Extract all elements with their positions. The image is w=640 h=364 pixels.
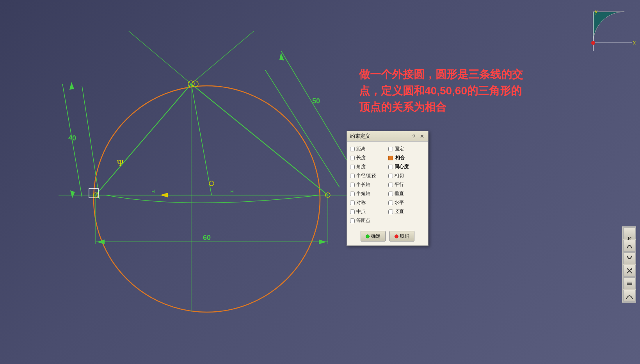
checkbox-symmetric[interactable]: [350, 201, 355, 205]
checkbox-radius[interactable]: [350, 174, 355, 178]
label-length: 长度: [356, 154, 366, 161]
right-toolbar: 拉: [622, 226, 636, 303]
svg-marker-31: [160, 193, 168, 197]
svg-line-7: [82, 86, 100, 199]
svg-line-21: [191, 31, 254, 84]
label-symmetric: 对称: [356, 199, 366, 206]
svg-marker-13: [279, 53, 284, 60]
svg-text:H: H: [230, 189, 234, 194]
label-radius: 半径/直径: [356, 172, 376, 179]
label-tangent: 相切: [395, 172, 404, 179]
label-plumb: 竖直: [395, 208, 404, 215]
checkbox-angle[interactable]: [350, 165, 355, 169]
constraint-distance[interactable]: 距离: [350, 146, 387, 152]
checkbox-parallel[interactable]: [388, 183, 393, 187]
label-vertical: 垂直: [395, 190, 404, 197]
svg-point-34: [591, 41, 595, 45]
ok-label: 确定: [371, 233, 380, 240]
cancel-label: 取消: [400, 233, 409, 240]
svg-text:x: x: [633, 39, 636, 46]
cancel-button[interactable]: 取消: [389, 231, 414, 241]
svg-line-2: [191, 84, 328, 195]
dim-40: 40: [68, 134, 76, 142]
label-coincident: 相合: [395, 154, 405, 161]
checkbox-midpoint[interactable]: [350, 210, 355, 214]
checkbox-horizontal[interactable]: [388, 201, 393, 205]
cad-canvas: Ψ H H 40 50 60 x y: [0, 0, 640, 364]
constraint-coincident[interactable]: 相合: [388, 154, 425, 161]
checkbox-equidistant[interactable]: [350, 218, 355, 223]
label-fixed: 固定: [395, 146, 404, 152]
svg-marker-18: [97, 240, 105, 244]
svg-line-12: [281, 51, 353, 171]
dim-50: 50: [312, 97, 320, 105]
constraint-concentric[interactable]: 同心度: [388, 163, 425, 170]
constraint-fixed[interactable]: 固定: [388, 146, 425, 152]
dialog-title: 约束定义: [350, 133, 370, 140]
constraint-tangent[interactable]: 相切: [388, 172, 425, 179]
svg-marker-9: [69, 82, 74, 90]
constraint-semi-minor[interactable]: 半短轴: [350, 190, 387, 197]
svg-text:Ψ: Ψ: [117, 158, 124, 168]
toolbar-btn-arc3[interactable]: [623, 290, 636, 302]
constraint-radius[interactable]: 半径/直径: [350, 172, 387, 179]
toolbar-btn-bars[interactable]: [623, 277, 636, 289]
label-concentric: 同心度: [395, 163, 409, 170]
dialog-close-button[interactable]: ✕: [419, 133, 425, 139]
toolbar-btn-arc1[interactable]: [623, 240, 636, 252]
dialog-help-button[interactable]: ?: [412, 133, 416, 139]
svg-line-1: [96, 84, 191, 195]
constraint-length[interactable]: 长度: [350, 154, 387, 161]
cancel-icon: [395, 234, 398, 238]
dim-60: 60: [203, 234, 211, 241]
constraint-angle[interactable]: 角度: [350, 163, 387, 170]
constraint-parallel[interactable]: 平行: [388, 181, 425, 188]
label-angle: 角度: [356, 163, 366, 170]
checkbox-fixed[interactable]: [388, 147, 393, 151]
label-midpoint: 中点: [356, 208, 366, 215]
constraint-midpoint[interactable]: 中点: [350, 208, 387, 215]
toolbar-btn-1[interactable]: 拉: [623, 227, 636, 239]
ok-icon: [366, 234, 370, 238]
toolbar-btn-arc2[interactable]: [623, 252, 636, 264]
ok-button[interactable]: 确定: [361, 231, 386, 241]
toolbar-btn-cross[interactable]: [623, 265, 636, 277]
dialog-content: 距离 固定 长度 相合 角度 同心度: [347, 142, 428, 228]
svg-text:y: y: [595, 8, 597, 14]
checkbox-tangent[interactable]: [388, 174, 393, 178]
coincident-icon: [388, 156, 393, 160]
constraint-plumb[interactable]: 竖直: [388, 208, 425, 215]
label-parallel: 平行: [395, 181, 404, 188]
checkbox-plumb[interactable]: [388, 210, 393, 214]
checkbox-concentric[interactable]: [388, 165, 393, 169]
checkbox-distance[interactable]: [350, 147, 355, 151]
svg-text:H: H: [151, 189, 155, 194]
checkbox-length[interactable]: [350, 156, 355, 160]
constraint-equidistant[interactable]: 等距点: [350, 217, 425, 224]
constraint-grid: 距离 固定 长度 相合 角度 同心度: [350, 146, 425, 224]
constraint-dialog: 约束定义 ? ✕ 距离 固定 长度 相合: [347, 131, 428, 246]
checkbox-semi-minor[interactable]: [350, 192, 355, 196]
svg-line-20: [129, 31, 191, 84]
svg-point-27: [209, 181, 214, 186]
dialog-titlebar: 约束定义 ? ✕: [347, 131, 428, 142]
label-horizontal: 水平: [395, 199, 404, 206]
checkbox-vertical[interactable]: [388, 192, 393, 196]
label-semi-minor: 半短轴: [356, 190, 370, 197]
svg-line-11: [265, 70, 340, 187]
constraint-horizontal[interactable]: 水平: [388, 199, 425, 206]
constraint-vertical[interactable]: 垂直: [388, 190, 425, 197]
label-semi-major: 半长轴: [356, 181, 370, 188]
checkbox-semi-major[interactable]: [350, 183, 355, 187]
instruction-text: 做一个外接圆，圆形是三条线的交点，定义圆和40,50,60的三角形的顶点的关系为…: [359, 66, 523, 115]
dialog-footer: 确定 取消: [347, 228, 428, 245]
constraint-symmetric[interactable]: 对称: [350, 199, 387, 206]
svg-marker-19: [319, 240, 327, 244]
label-distance: 距离: [356, 146, 366, 152]
svg-marker-10: [70, 190, 75, 198]
constraint-semi-major[interactable]: 半长轴: [350, 181, 387, 188]
label-equidistant: 等距点: [356, 217, 370, 224]
svg-line-4: [191, 84, 212, 195]
